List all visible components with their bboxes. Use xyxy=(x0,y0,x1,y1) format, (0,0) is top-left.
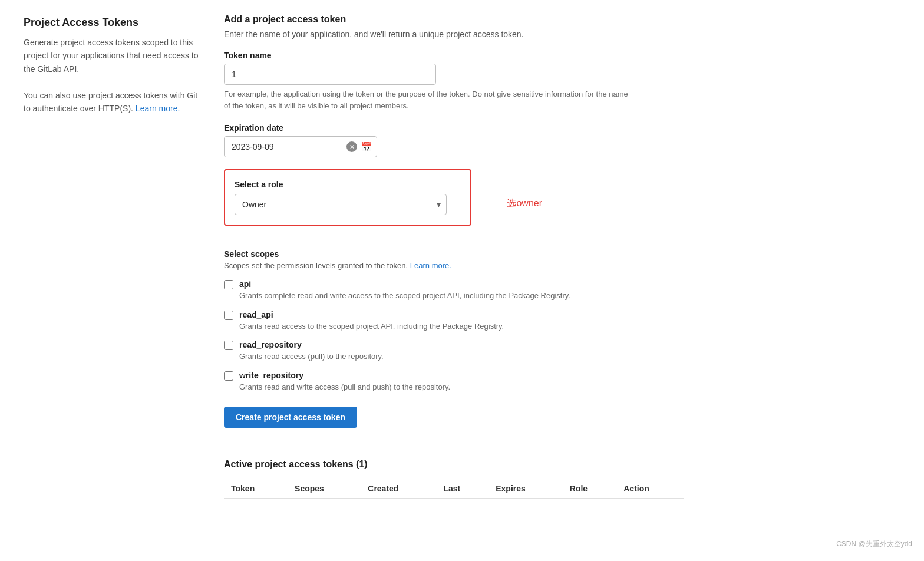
scope-api-name: api xyxy=(239,279,570,289)
scope-api-desc: Grants complete read and write access to… xyxy=(239,290,570,302)
scope-write-repository-checkbox[interactable] xyxy=(224,371,233,381)
col-action: Action xyxy=(616,479,684,499)
col-token: Token xyxy=(224,479,288,499)
active-tokens-section: Active project access tokens (1) Token S… xyxy=(224,447,684,499)
sidebar-title: Project Access Tokens xyxy=(24,16,200,29)
token-name-label: Token name xyxy=(224,51,684,60)
token-name-input[interactable] xyxy=(224,64,436,85)
scope-write-repository-info: write_repository Grants read and write a… xyxy=(239,371,450,393)
add-token-header: Add a project access token Enter the nam… xyxy=(224,14,684,39)
sidebar-desc-part1: Generate project access tokens scoped to… xyxy=(24,38,199,74)
scope-read-repository-name: read_repository xyxy=(239,340,384,349)
date-input-wrapper: ✕ 📅 xyxy=(224,136,377,157)
col-last: Last xyxy=(436,479,489,499)
role-annotation: 选owner xyxy=(507,197,542,210)
scope-item-read-api: read_api Grants read access to the scope… xyxy=(224,310,684,332)
tokens-table: Token Scopes Created Last Expires Role A… xyxy=(224,479,684,499)
scope-item-write-repository: write_repository Grants read and write a… xyxy=(224,371,684,393)
scopes-title: Select scopes xyxy=(224,249,684,259)
scope-read-api-desc: Grants read access to the scoped project… xyxy=(239,321,504,332)
tokens-table-header-row: Token Scopes Created Last Expires Role A… xyxy=(224,479,684,499)
scopes-learn-more-link[interactable]: Learn more. xyxy=(410,261,451,270)
role-select-wrapper: Guest Reporter Developer Maintainer Owne… xyxy=(235,194,447,215)
col-scopes: Scopes xyxy=(288,479,361,499)
watermark: CSDN @失重外太空ydd xyxy=(836,539,912,549)
date-clear-icon[interactable]: ✕ xyxy=(346,141,357,152)
scope-read-repository-checkbox[interactable] xyxy=(224,341,233,350)
add-token-subtitle: Enter the name of your application, and … xyxy=(224,29,684,39)
tokens-table-head: Token Scopes Created Last Expires Role A… xyxy=(224,479,684,499)
date-icons: ✕ 📅 xyxy=(346,141,372,153)
expiration-date-group: Expiration date ✕ 📅 xyxy=(224,123,684,157)
token-name-group: Token name For example, the application … xyxy=(224,51,684,111)
sidebar: Project Access Tokens Generate project a… xyxy=(24,14,200,499)
scope-api-checkbox[interactable] xyxy=(224,280,233,289)
col-created: Created xyxy=(361,479,436,499)
col-role: Role xyxy=(563,479,616,499)
scope-read-api-checkbox[interactable] xyxy=(224,311,233,320)
sidebar-description: Generate project access tokens scoped to… xyxy=(24,36,200,115)
scope-read-api-name: read_api xyxy=(239,310,504,319)
select-role-label: Select a role xyxy=(235,180,461,189)
scopes-hint-text: Scopes set the permission levels granted… xyxy=(224,261,408,270)
col-expires: Expires xyxy=(489,479,563,499)
scope-write-repository-desc: Grants read and write access (pull and p… xyxy=(239,381,450,393)
role-select[interactable]: Guest Reporter Developer Maintainer Owne… xyxy=(235,194,447,215)
sidebar-learn-more-link[interactable]: Learn more. xyxy=(136,104,180,113)
scope-read-api-info: read_api Grants read access to the scope… xyxy=(239,310,504,332)
scope-read-repository-desc: Grants read access (pull) to the reposit… xyxy=(239,351,384,362)
scopes-section: Select scopes Scopes set the permission … xyxy=(224,249,684,392)
scopes-hint: Scopes set the permission levels granted… xyxy=(224,261,684,270)
active-tokens-title: Active project access tokens (1) xyxy=(224,459,684,470)
calendar-icon[interactable]: 📅 xyxy=(361,141,372,153)
add-token-title: Add a project access token xyxy=(224,14,684,25)
main-content: Add a project access token Enter the nam… xyxy=(224,14,684,499)
token-name-hint: For example, the application using the t… xyxy=(224,88,636,111)
scope-read-repository-info: read_repository Grants read access (pull… xyxy=(239,340,384,362)
select-role-box: Select a role Guest Reporter Developer M… xyxy=(224,169,471,226)
expiration-date-label: Expiration date xyxy=(224,123,684,133)
scope-write-repository-name: write_repository xyxy=(239,371,450,380)
scope-api-info: api Grants complete read and write acces… xyxy=(239,279,570,302)
scope-item-api: api Grants complete read and write acces… xyxy=(224,279,684,302)
scope-item-read-repository: read_repository Grants read access (pull… xyxy=(224,340,684,362)
create-token-button[interactable]: Create project access token xyxy=(224,407,357,428)
